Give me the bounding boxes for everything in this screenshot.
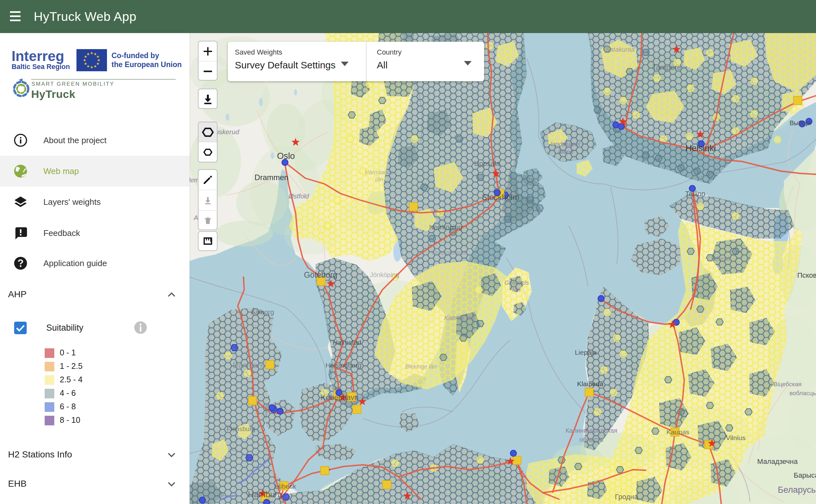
svg-text:Гродна: Гродна bbox=[615, 493, 638, 501]
svg-text:Värmlands: Värmlands bbox=[365, 169, 394, 176]
svg-text:Tampere: Tampere bbox=[652, 63, 681, 72]
svg-text:Flensburg: Flensburg bbox=[227, 425, 256, 432]
svg-text:Östergötlands: Östergötlands bbox=[432, 249, 468, 256]
svg-text:Kaunas: Kaunas bbox=[666, 428, 689, 436]
svg-text:Halmstad: Halmstad bbox=[333, 339, 361, 346]
svg-text:Выборг: Выборг bbox=[790, 119, 812, 126]
svg-text:Jönköping: Jönköping bbox=[370, 271, 399, 278]
svg-text:Satakunta: Satakunta bbox=[605, 46, 635, 53]
svg-text:Віцебская: Віцебская bbox=[773, 381, 802, 387]
svg-text:Oslo: Oslo bbox=[277, 151, 295, 161]
svg-text:landskapet: landskapet bbox=[551, 141, 580, 147]
svg-text:Blekinge län: Blekinge län bbox=[405, 363, 437, 370]
svg-text:Klaipėda: Klaipėda bbox=[577, 380, 603, 387]
svg-text:län: län bbox=[512, 286, 520, 293]
svg-text:Tallinn: Tallinn bbox=[685, 190, 705, 198]
svg-text:вобласць: вобласць bbox=[790, 390, 816, 396]
svg-text:Псков: Псков bbox=[797, 271, 816, 279]
svg-text:Helsinki: Helsinki bbox=[686, 143, 716, 153]
svg-text:Kalmar län: Kalmar län bbox=[444, 314, 475, 321]
svg-text:Liepāja: Liepāja bbox=[575, 349, 596, 356]
svg-text:Stockholm: Stockholm bbox=[482, 193, 519, 202]
svg-text:Hamburg: Hamburg bbox=[248, 490, 282, 499]
svg-text:Беларусь: Беларусь bbox=[778, 485, 816, 495]
svg-text:Gotlands: Gotlands bbox=[504, 279, 529, 286]
svg-text:Калининградская: Калининградская bbox=[565, 427, 617, 434]
svg-text:Åland: Åland bbox=[557, 148, 574, 155]
svg-text:København: København bbox=[321, 393, 359, 402]
svg-text:Göteborg: Göteborg bbox=[304, 270, 337, 279]
svg-text:Østfold: Østfold bbox=[288, 193, 309, 200]
svg-text:Danmark: Danmark bbox=[233, 361, 264, 369]
svg-text:Drammen: Drammen bbox=[255, 173, 288, 182]
svg-text:область: область bbox=[579, 436, 603, 443]
svg-text:Eesti: Eesti bbox=[716, 255, 731, 262]
svg-text:Uppsala: Uppsala bbox=[474, 160, 500, 168]
svg-text:Helsingborg: Helsingborg bbox=[326, 361, 361, 369]
svg-text:Маладзечна: Маладзечна bbox=[757, 457, 798, 465]
svg-text:Lübeck: Lübeck bbox=[274, 482, 296, 490]
svg-text:Norrköping: Norrköping bbox=[429, 223, 462, 231]
svg-text:Aalborg: Aalborg bbox=[251, 308, 274, 316]
svg-text:Барысаў: Барысаў bbox=[794, 471, 816, 479]
svg-text:län: län bbox=[375, 176, 383, 183]
svg-text:Vilnius: Vilnius bbox=[726, 434, 745, 441]
